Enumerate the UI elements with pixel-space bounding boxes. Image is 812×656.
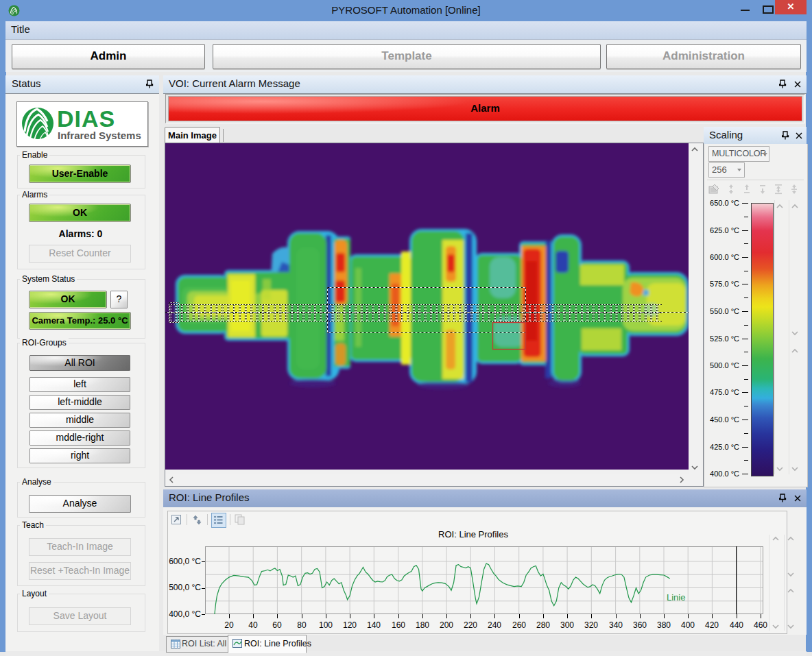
svg-text:DIAS: DIAS	[57, 106, 115, 132]
svg-text:Infrared Systems: Infrared Systems	[58, 130, 141, 141]
